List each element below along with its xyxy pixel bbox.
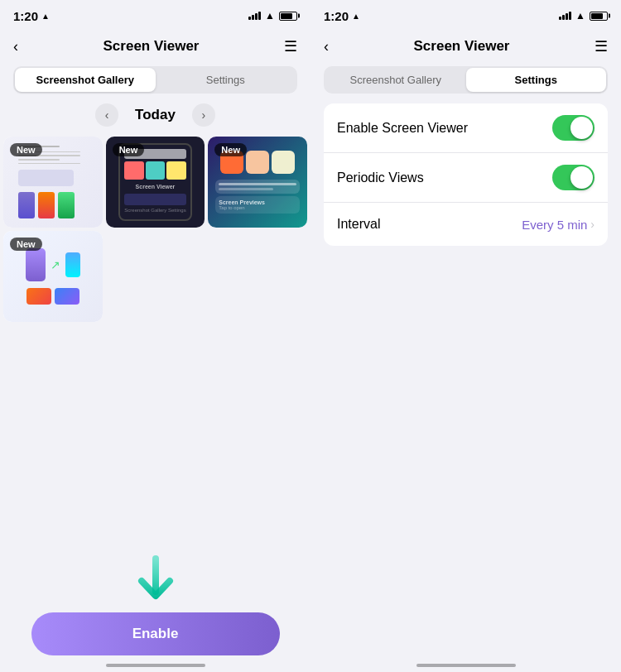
back-button-right[interactable]: ‹ [324,38,329,55]
location-icon-right: ▲ [352,12,360,21]
location-icon-left: ▲ [41,12,50,21]
bottom-area: Enable [0,554,310,672]
top-nav-right: ‹ Screen Viewer ☰ [310,30,621,66]
home-indicator-right [416,664,516,667]
settings-row-periodic-views: Periodic Views [324,153,608,203]
settings-row-interval[interactable]: Interval Every 5 min › [324,203,608,246]
enable-screen-viewer-toggle[interactable] [552,115,595,141]
signal-icon-right [559,12,571,20]
tab-settings-right[interactable]: Settings [466,68,607,92]
menu-button-left[interactable]: ☰ [284,37,297,55]
tab-settings-left[interactable]: Settings [156,68,296,92]
new-badge-3: New [214,143,247,156]
down-arrow-icon [135,554,176,604]
enable-screen-viewer-label: Enable Screen Viewer [337,121,468,136]
tab-gallery-left[interactable]: Screenshot Gallery [15,68,156,92]
toggle-knob-periodic [570,166,593,189]
status-icons-left: ▲ [248,10,297,22]
wifi-icon-left: ▲ [265,10,275,22]
right-panel: 1:20 ▲ ▲ ‹ Screen Viewer ☰ Screenshot Ga… [310,0,621,672]
settings-section: Enable Screen Viewer Periodic Views Inte… [324,103,608,246]
page-title-right: Screen Viewer [414,38,510,55]
gallery-item-1[interactable]: New [3,137,103,228]
settings-row-enable-screen-viewer: Enable Screen Viewer [324,103,608,153]
interval-label: Interval [337,217,380,232]
date-nav: ‹ Today › [13,103,297,127]
periodic-views-toggle[interactable] [552,165,595,190]
date-label: Today [135,107,176,123]
status-icons-right: ▲ [559,10,608,22]
left-panel: 1:20 ▲ ▲ ‹ Screen Viewer ☰ Screenshot Ga… [0,0,310,672]
prev-day-button[interactable]: ‹ [95,103,118,127]
battery-icon-left [279,12,297,21]
enable-button[interactable]: Enable [31,612,280,655]
thumb-content-1 [18,146,88,218]
home-indicator-left [106,664,205,667]
back-button-left[interactable]: ‹ [13,38,18,55]
tab-bar-left: Screenshot Gallery Settings [13,66,297,94]
interval-chevron: › [590,218,595,231]
battery-icon-right [590,12,608,21]
status-time-right: 1:20 [324,9,349,23]
tab-bar-right: Screenshot Gallery Settings [324,66,608,94]
status-bar-right: 1:20 ▲ ▲ [310,0,621,30]
gallery-item-3[interactable]: New Screen Previews Tap to open [208,137,307,228]
periodic-views-label: Periodic Views [337,170,424,185]
new-badge-2: New [113,143,145,156]
next-day-button[interactable]: › [192,103,215,127]
gallery-grid: New New [0,137,310,322]
gallery-item-2[interactable]: New Screen Viewer Screenshot Gall [106,137,205,228]
toggle-knob-enable [570,117,593,139]
interval-value: Every 5 min [522,218,587,232]
interval-value-container: Every 5 min › [522,218,595,232]
wifi-icon-right: ▲ [575,10,585,22]
new-badge-1: New [10,143,42,156]
new-badge-4: New [10,238,42,251]
tab-gallery-right[interactable]: Screenshot Gallery [325,68,466,92]
status-time-left: 1:20 [13,9,38,23]
gallery-item-4[interactable]: New ↗ [3,231,103,322]
page-title-left: Screen Viewer [104,38,200,55]
status-bar-left: 1:20 ▲ ▲ [0,0,310,30]
top-nav-left: ‹ Screen Viewer ☰ [0,30,310,66]
menu-button-right[interactable]: ☰ [595,37,608,55]
signal-icon-left [248,12,261,20]
